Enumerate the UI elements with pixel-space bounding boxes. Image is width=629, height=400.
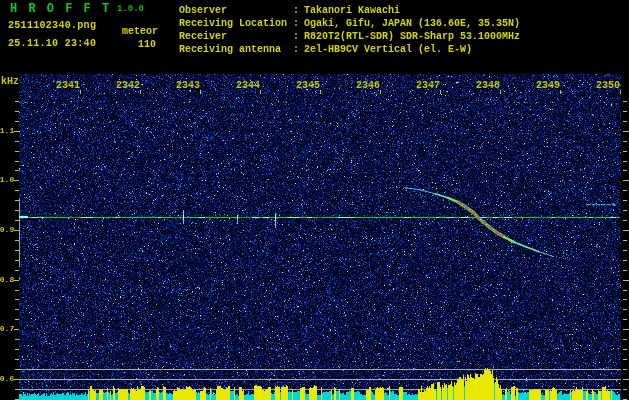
time-tick-label: 2342 <box>114 80 140 91</box>
freq-tick-label: 1.0- <box>0 175 19 184</box>
time-tick-label: 2350 <box>594 80 620 91</box>
freq-axis-unit: kHz <box>1 76 19 87</box>
hrofft-screen: H R O F F T 1.0.0 2511102340.png meteor … <box>0 0 629 400</box>
app-version: 1.0.0 <box>117 4 144 14</box>
info-label: Receiving Location <box>179 18 293 29</box>
time-tick-label: 2341 <box>54 80 80 91</box>
observation-mode: meteor <box>122 26 158 37</box>
freq-tick-label: 0.6- <box>0 374 19 383</box>
info-value: Takanori Kawachi <box>304 5 400 16</box>
info-label: Receiver <box>179 31 293 42</box>
freq-tick-label: 0.7- <box>0 324 19 333</box>
info-separator: : <box>293 31 304 42</box>
spectrogram-canvas <box>0 0 629 400</box>
freq-tick-label: 1.1- <box>0 126 19 135</box>
info-value: Ogaki, Gifu, JAPAN (136.60E, 35.35N) <box>304 18 520 29</box>
time-tick-label: 2349 <box>534 80 560 91</box>
output-filename: 2511102340.png <box>8 20 96 31</box>
time-tick-label: 2347 <box>414 80 440 91</box>
info-row: Receiving Location:Ogaki, Gifu, JAPAN (1… <box>179 18 520 29</box>
info-value: R820T2(RTL-SDR) SDR-Sharp 53.1000MHz <box>304 31 520 42</box>
app-title: H R O F F T <box>10 2 111 16</box>
echo-count: 110 <box>110 39 156 50</box>
time-tick-label: 2345 <box>294 80 320 91</box>
time-tick-label: 2346 <box>354 80 380 91</box>
info-row: Observer:Takanori Kawachi <box>179 5 400 16</box>
info-value: 2el-HB9CV Vertical (el. E-W) <box>304 44 472 55</box>
info-row: Receiver:R820T2(RTL-SDR) SDR-Sharp 53.10… <box>179 31 520 42</box>
info-separator: : <box>293 44 304 55</box>
time-tick-label: 2344 <box>234 80 260 91</box>
freq-tick-label: 0.9- <box>0 225 19 234</box>
time-tick-label: 2343 <box>174 80 200 91</box>
info-label: Observer <box>179 5 293 16</box>
time-tick-label: 2348 <box>474 80 500 91</box>
info-separator: : <box>293 18 304 29</box>
info-label: Receiving antenna <box>179 44 293 55</box>
info-row: Receiving antenna:2el-HB9CV Vertical (el… <box>179 44 472 55</box>
info-separator: : <box>293 5 304 16</box>
observation-datetime: 25.11.10 23:40 <box>8 38 96 49</box>
freq-tick-label: 0.8- <box>0 275 19 284</box>
